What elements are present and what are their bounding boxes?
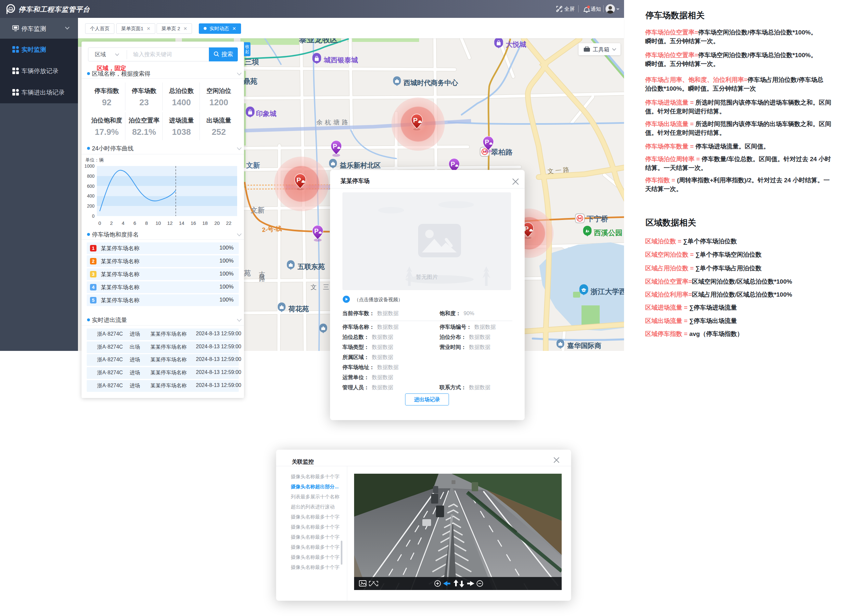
svg-text:4: 4: [122, 220, 125, 226]
svg-text:单位：辆: 单位：辆: [85, 157, 104, 163]
svg-text:2: 2: [110, 220, 113, 226]
svg-text:印象城: 印象城: [256, 110, 276, 117]
svg-text:0: 0: [92, 213, 95, 219]
svg-text:翠柏路: 翠柏路: [491, 148, 513, 156]
svg-text:浙江大学西: 浙江大学西: [590, 287, 624, 296]
svg-text:大悦城: 大悦城: [506, 41, 526, 48]
svg-text:下宁桥: 下宁桥: [586, 215, 608, 223]
svg-text:14: 14: [179, 220, 185, 226]
svg-text:嘉华国际商: 嘉华国际商: [567, 342, 601, 349]
svg-text:荷花苑: 荷花苑: [288, 305, 309, 312]
svg-text:P: P: [296, 176, 301, 183]
svg-text:P: P: [524, 225, 529, 232]
svg-text:泰业龙牧区: 泰业龙牧区: [299, 38, 338, 44]
svg-text:18: 18: [202, 220, 208, 226]
svg-text:20: 20: [214, 220, 220, 226]
svg-text:10: 10: [155, 220, 161, 226]
svg-text:1000: 1000: [85, 163, 95, 169]
svg-text:16: 16: [191, 220, 196, 226]
svg-text:2-号-线: 2-号-线: [262, 225, 282, 233]
svg-text:P: P: [450, 160, 455, 168]
svg-text:P: P: [314, 227, 318, 235]
svg-text:8: 8: [145, 220, 148, 226]
svg-text:益乐新村北区: 益乐新村北区: [340, 161, 381, 169]
svg-text:600: 600: [87, 183, 95, 189]
svg-text:200: 200: [87, 203, 95, 208]
svg-text:文新: 文新: [246, 161, 260, 169]
svg-text:五联东苑: 五联东苑: [297, 263, 325, 270]
svg-text:P: P: [413, 116, 418, 124]
svg-text:P: P: [333, 143, 337, 150]
svg-text:鼎苑: 鼎苑: [243, 77, 257, 85]
svg-text:西溪公园: 西溪公园: [594, 229, 622, 237]
svg-text:三坝: 三坝: [245, 58, 259, 66]
svg-text:P: P: [485, 138, 489, 145]
svg-text:800: 800: [87, 173, 95, 179]
svg-text:余杭塘路: 余杭塘路: [317, 119, 350, 126]
svg-text:6: 6: [133, 220, 136, 226]
svg-text:0: 0: [98, 220, 101, 226]
svg-text:22: 22: [226, 220, 232, 226]
svg-text:西城时代商务中心: 西城时代商务中心: [403, 79, 458, 87]
svg-text:暂无图片: 暂无图片: [416, 274, 438, 280]
svg-text:12: 12: [167, 220, 173, 226]
svg-text:文新: 文新: [251, 206, 264, 214]
svg-text:400: 400: [87, 193, 95, 198]
svg-text:城西银泰城: 城西银泰城: [324, 56, 358, 64]
